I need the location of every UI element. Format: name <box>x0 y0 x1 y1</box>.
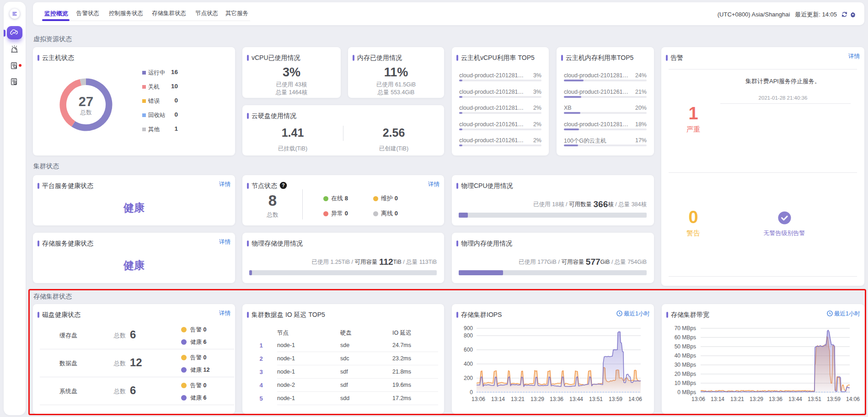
svg-text:?: ? <box>282 183 284 188</box>
